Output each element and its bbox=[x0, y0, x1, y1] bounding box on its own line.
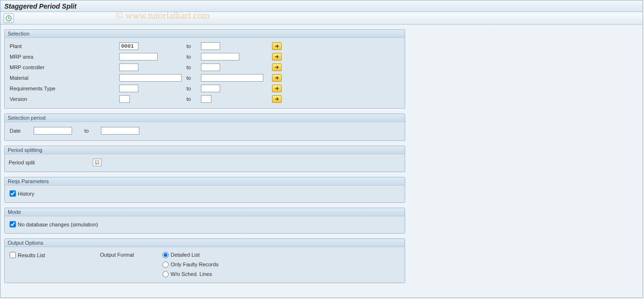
period-split-input[interactable]: ☑ bbox=[93, 159, 101, 166]
selection-row-material: Material to bbox=[9, 73, 401, 83]
selection-row-reqtype: Requirements Type to bbox=[9, 83, 401, 94]
detailed-list-label: Detailed List bbox=[171, 252, 200, 258]
selection-row-version: Version to bbox=[9, 94, 401, 104]
plant-label: Plant bbox=[9, 43, 119, 49]
selection-period-group: Selection period Date to bbox=[4, 113, 405, 141]
date-to-input[interactable] bbox=[101, 127, 139, 135]
plant-from-input[interactable] bbox=[119, 42, 138, 50]
selection-row-mrparea: MRP area to bbox=[9, 51, 401, 62]
mrpctrl-to-input[interactable] bbox=[201, 63, 220, 71]
output-options-title: Output Options bbox=[5, 239, 405, 247]
date-from-input[interactable] bbox=[34, 127, 72, 135]
material-label: Material bbox=[9, 75, 119, 81]
output-options-group: Output Options Results List Output Forma… bbox=[4, 238, 405, 283]
selection-group: Selection Plant to MRP area to bbox=[4, 29, 405, 109]
version-label: Version bbox=[9, 96, 119, 102]
selection-row-plant: Plant to bbox=[9, 41, 401, 51]
simulation-label: No database changes (simulation) bbox=[18, 222, 98, 227]
date-to-label: to bbox=[72, 128, 101, 134]
material-multiselect-button[interactable] bbox=[272, 74, 282, 82]
version-multiselect-button[interactable] bbox=[272, 95, 282, 103]
wo-sched-radio[interactable] bbox=[162, 271, 169, 277]
title-bar: Staggered Period Split bbox=[0, 0, 643, 12]
toolbar bbox=[0, 12, 643, 25]
results-list-label: Results List bbox=[18, 252, 45, 258]
selection-row-mrpctrl: MRP controller to bbox=[9, 62, 401, 73]
clock-execute-icon bbox=[5, 15, 12, 22]
version-from-input[interactable] bbox=[119, 95, 130, 103]
mrparea-from-input[interactable] bbox=[119, 53, 158, 61]
simulation-checkbox[interactable] bbox=[10, 221, 16, 227]
reqtype-multiselect-button[interactable] bbox=[272, 85, 282, 92]
period-splitting-group: Period splitting Period split ☑ bbox=[4, 146, 405, 172]
reqs-parameters-title: Reqs Parameters bbox=[5, 177, 405, 186]
version-to-input[interactable] bbox=[201, 95, 211, 103]
reqtype-label: Requirements Type bbox=[9, 86, 119, 91]
history-checkbox[interactable] bbox=[10, 190, 16, 197]
to-label: to bbox=[186, 43, 201, 49]
arrow-right-icon bbox=[274, 75, 279, 80]
content-area: Selection Plant to MRP area to bbox=[0, 25, 643, 293]
plant-multiselect-button[interactable] bbox=[272, 42, 282, 50]
arrow-right-icon bbox=[274, 54, 279, 59]
plant-to-input[interactable] bbox=[201, 42, 220, 50]
arrow-right-icon bbox=[274, 86, 279, 91]
only-faulty-label: Only Faulty Records bbox=[171, 262, 219, 267]
output-format-label: Output Format bbox=[100, 252, 134, 258]
arrow-right-icon bbox=[274, 97, 279, 101]
selection-group-title: Selection bbox=[5, 30, 405, 38]
selection-period-title: Selection period bbox=[5, 114, 405, 122]
only-faulty-radio[interactable] bbox=[162, 262, 169, 268]
app-window: Staggered Period Split © www.tutorialkar… bbox=[0, 0, 643, 298]
reqtype-from-input[interactable] bbox=[119, 85, 138, 92]
mrpctrl-label: MRP controller bbox=[9, 64, 119, 70]
results-list-checkbox[interactable] bbox=[10, 252, 16, 258]
material-from-input[interactable] bbox=[119, 74, 182, 82]
reqtype-to-input[interactable] bbox=[201, 85, 220, 92]
period-splitting-title: Period splitting bbox=[5, 146, 405, 154]
mrparea-multiselect-button[interactable] bbox=[272, 53, 282, 61]
check-icon: ☑ bbox=[95, 160, 99, 165]
date-label: Date bbox=[10, 128, 34, 134]
execute-button[interactable] bbox=[3, 13, 14, 23]
mrpctrl-multiselect-button[interactable] bbox=[272, 63, 282, 71]
arrow-right-icon bbox=[274, 65, 279, 70]
history-label: History bbox=[18, 191, 34, 197]
mrpctrl-from-input[interactable] bbox=[119, 63, 138, 71]
material-to-input[interactable] bbox=[201, 74, 263, 82]
wo-sched-label: W/o Sched. Lines bbox=[171, 271, 212, 277]
mrparea-label: MRP area bbox=[9, 54, 119, 60]
mode-group: Mode No database changes (simulation) bbox=[4, 208, 405, 234]
page-title: Staggered Period Split bbox=[4, 2, 639, 10]
mrparea-to-input[interactable] bbox=[201, 53, 239, 61]
detailed-list-radio[interactable] bbox=[162, 252, 169, 258]
reqs-parameters-group: Reqs Parameters History bbox=[4, 177, 405, 203]
mode-title: Mode bbox=[5, 208, 405, 216]
arrow-right-icon bbox=[274, 44, 279, 49]
period-split-label: Period split bbox=[9, 160, 93, 165]
